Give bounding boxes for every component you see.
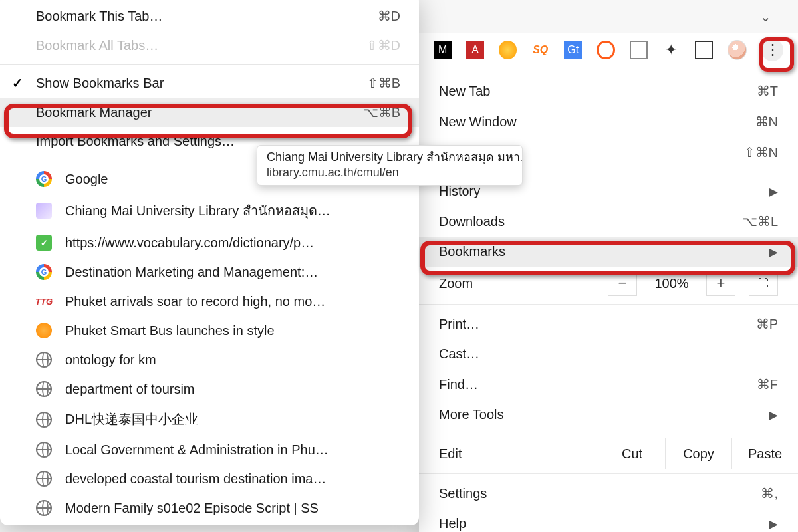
menu-item-label: New Tab — [439, 84, 490, 99]
chevron-right-icon: ▶ — [769, 245, 778, 259]
menu-item-label: Show Bookmarks Bar — [36, 76, 164, 91]
bookmark-label: DHL快递泰国中小企业 — [65, 410, 198, 428]
globe-icon — [36, 471, 52, 487]
menu-bookmarks[interactable]: Bookmarks ▶ — [419, 237, 798, 267]
extension-icon[interactable]: A — [466, 41, 484, 59]
separator — [419, 304, 798, 305]
bookmark-label: Modern Family s01e02 Episode Script | SS — [65, 501, 319, 516]
menu-help[interactable]: Help ▶ — [419, 509, 798, 532]
fullscreen-button[interactable]: ⛶ — [749, 271, 778, 296]
bookmark-label: Phuket arrivals soar to record high, no … — [65, 294, 325, 309]
bookmark-item[interactable]: Local Government & Administration in Phu… — [0, 435, 419, 464]
separator — [419, 473, 798, 474]
menu-item-label: Bookmark Manager — [36, 105, 152, 120]
shortcut-label: ⌘P — [756, 316, 778, 332]
shortcut-label: ⇧⌘D — [366, 37, 400, 53]
copy-button[interactable]: Copy — [665, 438, 732, 469]
bookmark-label: Phuket Smart Bus launches in style — [65, 323, 275, 338]
menu-item-label: New Window — [439, 114, 517, 130]
tooltip-url: library.cmu.ac.th/cmul/en — [267, 165, 513, 180]
shortcut-label: ⌥⌘L — [742, 213, 778, 229]
menu-item-label: Bookmark This Tab… — [36, 9, 162, 24]
separator — [0, 64, 419, 65]
check-favicon-icon: ✓ — [36, 235, 52, 251]
menu-bookmark-all-tabs: Bookmark All Tabs… ⇧⌘D — [0, 31, 419, 60]
menu-new-tab[interactable]: New Tab ⌘T — [419, 76, 798, 106]
menu-more-tools[interactable]: More Tools ▶ — [419, 400, 798, 430]
bookmark-item[interactable]: developed coastal tourism destination im… — [0, 464, 419, 493]
bookmarks-submenu: Bookmark This Tab… ⌘D Bookmark All Tabs…… — [0, 0, 419, 525]
zoom-label: Zoom — [439, 276, 600, 291]
google-icon: G — [36, 264, 52, 280]
google-icon: G — [36, 171, 52, 187]
chrome-window-right: ⌄ M A SQ Gt ✦ ⋮ New Tab ⌘T New Window ⌘N… — [419, 0, 798, 532]
shortcut-label: ⌘T — [757, 83, 778, 99]
menu-print[interactable]: Print… ⌘P — [419, 309, 798, 339]
globe-icon — [36, 352, 52, 368]
bookmark-item[interactable]: Modern Family s01e02 Episode Script | SS — [0, 493, 419, 523]
menu-item-label: Settings — [439, 486, 487, 501]
bookmark-label: Local Government & Administration in Phu… — [65, 442, 329, 458]
menu-show-bookmarks-bar[interactable]: ✓ Show Bookmarks Bar ⇧⌘B — [0, 68, 419, 98]
google-translate-icon[interactable]: Gt — [564, 41, 582, 59]
cut-button[interactable]: Cut — [598, 438, 665, 469]
bookmark-item[interactable]: Chiang Mai University Library สำนักหอสมุ… — [0, 194, 419, 228]
menu-new-window[interactable]: New Window ⌘N — [419, 106, 798, 137]
bookmark-label: developed coastal tourism destination im… — [65, 471, 326, 487]
menu-item-label: Help — [439, 516, 466, 531]
separator — [419, 434, 798, 434]
extensions-toolbar: M A SQ Gt ✦ ⋮ — [419, 33, 798, 66]
sidepanel-icon[interactable] — [695, 41, 713, 59]
menu-settings[interactable]: Settings ⌘, — [419, 478, 798, 509]
menu-cast[interactable]: Cast… — [419, 339, 798, 369]
bookmark-label: ontology for km — [65, 352, 156, 368]
bookmark-item[interactable]: ontology for km — [0, 345, 419, 374]
chevron-right-icon: ▶ — [769, 184, 778, 199]
shortcut-label: ⇧⌘B — [367, 75, 400, 91]
bookmark-label: Chiang Mai University Library สำนักหอสมุ… — [65, 200, 331, 221]
menu-find[interactable]: Find… ⌘F — [419, 369, 798, 400]
bookmark-label: department of toursim — [65, 382, 195, 397]
chrome-main-menu: New Tab ⌘T New Window ⌘N nito Window ⇧⌘N… — [419, 66, 798, 532]
menu-bookmark-manager[interactable]: Bookmark Manager ⌥⌘B — [0, 98, 419, 127]
extension-icon[interactable]: M — [434, 41, 452, 59]
zoom-value: 100% — [645, 276, 698, 291]
kebab-menu-icon[interactable]: ⋮ — [761, 39, 783, 61]
edit-label: Edit — [439, 438, 598, 469]
paste-button[interactable]: Paste — [732, 438, 798, 469]
tooltip-title: Chiang Mai University Library สำนักหอสมุ… — [267, 150, 513, 165]
bookmark-item[interactable]: ✓ https://www.vocabulary.com/dictionary/… — [0, 228, 419, 257]
bookmark-item[interactable]: Phuket Smart Bus launches in style — [0, 316, 419, 345]
menu-item-label: Import Bookmarks and Settings… — [36, 134, 235, 149]
menu-zoom-row: Zoom − 100% + ⛶ — [419, 267, 798, 300]
globe-icon — [36, 500, 52, 516]
menu-bookmark-this-tab[interactable]: Bookmark This Tab… ⌘D — [0, 1, 419, 31]
menu-item-label: Bookmarks — [439, 244, 505, 259]
chevron-down-icon[interactable]: ⌄ — [760, 9, 771, 25]
zoom-out-button[interactable]: − — [608, 271, 637, 296]
favicon-icon — [36, 203, 52, 219]
bookmark-item[interactable]: G Destination Marketing and Management:… — [0, 257, 419, 287]
bookmark-label: https://www.vocabulary.com/dictionary/p… — [65, 235, 314, 251]
zoom-in-button[interactable]: + — [706, 271, 735, 296]
bookmark-tooltip: Chiang Mai University Library สำนักหอสมุ… — [257, 145, 523, 186]
reader-icon[interactable] — [630, 41, 648, 59]
bookmark-item[interactable]: department of toursim — [0, 374, 419, 404]
globe-icon — [36, 412, 52, 428]
extension-icon[interactable] — [597, 41, 614, 59]
shortcut-label: ⇧⌘N — [744, 144, 778, 160]
menu-edit-row: Edit Cut Copy Paste — [419, 438, 798, 469]
extension-icon[interactable]: SQ — [531, 41, 549, 59]
bookmark-item[interactable]: DHL快递泰国中小企业 — [0, 404, 419, 435]
check-icon: ✓ — [12, 75, 23, 91]
extension-icon[interactable] — [499, 41, 517, 59]
menu-item-label: Downloads — [439, 214, 505, 229]
menu-downloads[interactable]: Downloads ⌥⌘L — [419, 206, 798, 237]
profile-avatar[interactable] — [728, 40, 747, 60]
extensions-puzzle-icon[interactable]: ✦ — [662, 41, 680, 59]
chevron-right-icon: ▶ — [769, 517, 778, 531]
bookmark-item[interactable]: TTG Phuket arrivals soar to record high,… — [0, 287, 419, 316]
bookmark-label: Destination Marketing and Management:… — [65, 265, 318, 280]
globe-icon — [36, 381, 52, 397]
shortcut-label: ⌥⌘B — [363, 104, 400, 120]
